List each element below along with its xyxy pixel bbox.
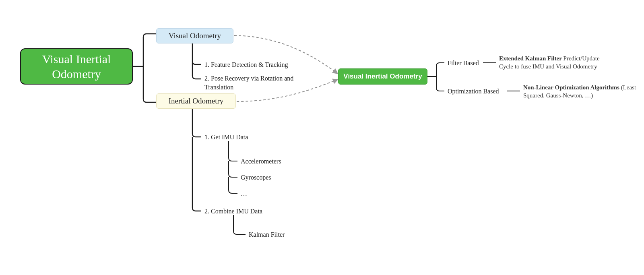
detail-opt-bold: Non-Linear Optimization Algorithms [523,84,619,91]
inertial-odometry-title: Inertial Odometry [169,96,224,106]
detail-filter-bold: Extended Kalman Filter [499,55,562,62]
imu-source-gyro: Gyroscopes [241,173,271,182]
combine-method-1: Kalman Filter [249,230,285,239]
inertial-step-2: 2. Combine IMU Data [204,207,262,216]
detail-filter-based: Extended Kalman Filter Predict/Update Cy… [499,55,612,70]
connector-layer [0,0,644,275]
inertial-odometry-node: Inertial Odometry [156,93,236,109]
fusion-title: Visual Inertial Odometry [343,72,422,81]
fusion-node: Visual Inertial Odometry [338,68,427,85]
root-node: Visual Inertial Odometry [20,48,133,85]
visual-step-1: 1. Feature Detection & Tracking [204,60,309,69]
root-title: Visual Inertial Odometry [24,52,129,82]
visual-odometry-title: Visual Odometry [169,31,221,41]
imu-source-more: … [241,189,247,198]
diagram-canvas: Visual Inertial Odometry Visual Odometry… [0,0,644,275]
imu-source-accel: Accelerometers [241,157,281,166]
detail-optimization-based: Non-Linear Optimization Algorithms (Leas… [523,84,644,99]
branch-optimization-based: Optimization Based [448,87,499,96]
inertial-step-1: 1. Get IMU Data [204,133,248,142]
branch-filter-based: Filter Based [448,59,479,68]
visual-step-2: 2. Pose Recovery via Rotation and Transl… [204,74,313,91]
visual-odometry-node: Visual Odometry [156,28,233,43]
